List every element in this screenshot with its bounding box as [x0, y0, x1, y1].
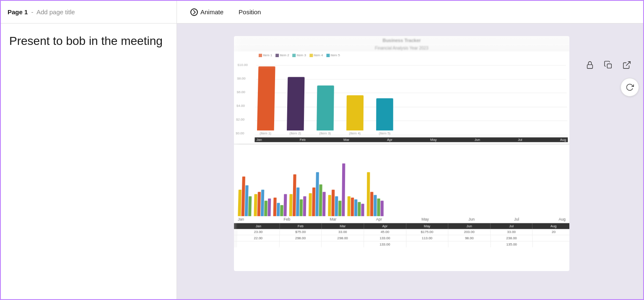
main-content: Present to bob in the meeting	[1, 23, 643, 299]
chart-container[interactable]: Business Tracker Financial Analysis Year…	[234, 36, 569, 271]
lock-icon	[585, 60, 595, 70]
export-button[interactable]	[619, 57, 635, 73]
app-container: Page 1 - Add page title Animate Position…	[0, 0, 644, 300]
refresh-icon	[626, 83, 634, 91]
export-icon	[622, 60, 631, 70]
canvas-area: Business Tracker Financial Analysis Year…	[177, 23, 643, 299]
slide-text: Present to bob in the meeting	[9, 34, 168, 49]
page-title[interactable]: Page 1 - Add page title	[8, 8, 75, 16]
float-icons-row	[582, 57, 635, 73]
animate-button[interactable]: Animate	[184, 6, 230, 18]
left-panel: Present to bob in the meeting	[1, 23, 177, 299]
lock-button[interactable]	[582, 57, 598, 73]
toolbar: Page 1 - Add page title Animate Position	[1, 1, 643, 23]
refresh-button[interactable]	[621, 78, 639, 97]
svg-rect-0	[587, 65, 593, 68]
position-button[interactable]: Position	[232, 6, 267, 18]
animate-circle-icon	[190, 8, 198, 16]
copy-icon	[604, 60, 613, 70]
toolbar-right: Animate Position	[177, 1, 643, 23]
chart-image: Business Tracker Financial Analysis Year…	[234, 36, 569, 271]
toolbar-left: Page 1 - Add page title	[1, 1, 177, 23]
svg-rect-1	[607, 64, 611, 68]
svg-line-2	[626, 62, 630, 66]
copy-button[interactable]	[600, 57, 616, 73]
